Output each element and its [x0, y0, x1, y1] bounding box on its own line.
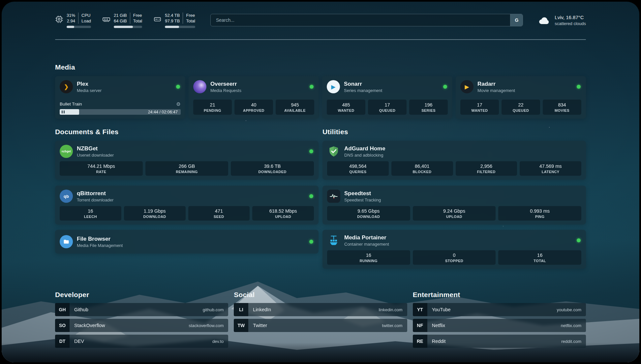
- app-desc: Container management: [344, 242, 389, 247]
- playback-progress-fill: [60, 109, 79, 115]
- stat-label: RATE: [96, 170, 106, 174]
- nzbget-card[interactable]: nzbget NZBGet Usenet downloader 744.21 M…: [55, 141, 319, 180]
- qbittorrent-card[interactable]: qb qBittorrent Torrent downloader 16 LEE…: [55, 186, 319, 225]
- bookmark-name: Netflix: [427, 323, 445, 328]
- entertainment-section: Entertainment YT YouTube youtube.com NF …: [413, 290, 586, 350]
- header-divider: [55, 39, 586, 40]
- stat-label: QUERIES: [349, 170, 366, 174]
- stat-box: 17 WANTED: [460, 100, 499, 115]
- media-section-title: Media: [55, 63, 586, 72]
- disk-free-label: Free: [186, 13, 195, 18]
- search-engine-button[interactable]: G: [510, 14, 523, 26]
- stat-value: 39.6 TB: [264, 164, 281, 169]
- nzbget-icon: nzbget: [60, 145, 73, 158]
- stat-label: FILTERED: [477, 170, 496, 174]
- filebrowser-card[interactable]: File Browser Media File Management: [55, 230, 319, 254]
- stat-value: 17: [384, 102, 390, 107]
- cpu-progress-fill: [67, 26, 74, 28]
- stat-label: PING: [535, 215, 545, 219]
- stat-value: 0: [453, 253, 455, 258]
- youtube-icon: YT: [413, 303, 427, 316]
- bookmark-url: dev.to: [212, 339, 228, 344]
- stat-label: LEECH: [84, 215, 97, 219]
- developer-section-title: Developer: [55, 290, 228, 299]
- stat-value: 22: [518, 102, 523, 107]
- app-desc: Speedtest Tracking: [344, 197, 381, 202]
- disk-icon: [153, 15, 162, 23]
- bookmark-youtube[interactable]: YT YouTube youtube.com: [413, 303, 586, 316]
- memory-monitor-widget: 21 GiB 64 GiB Free Total: [102, 13, 142, 28]
- pause-icon: [62, 110, 63, 113]
- stat-value: 834: [558, 102, 566, 107]
- gear-icon[interactable]: ⚙: [176, 102, 181, 106]
- plex-card[interactable]: ❯ Plex Media server Bullet Train ⚙: [55, 76, 185, 119]
- status-online-dot: [309, 149, 313, 153]
- stat-label: APPROVED: [243, 108, 264, 112]
- stat-label: UPLOAD: [446, 215, 462, 219]
- stat-label: DOWNLOADED: [259, 170, 287, 174]
- stat-box: 485 WANTED: [327, 100, 365, 115]
- dev-icon: DT: [55, 335, 70, 348]
- documents-section: Documents & Files nzbget NZBGet Usenet d…: [55, 128, 319, 269]
- plex-icon: ❯: [60, 80, 73, 93]
- stat-box: 9.24 Gbps UPLOAD: [413, 206, 496, 221]
- stat-value: 86,401: [415, 164, 429, 169]
- adguard-icon: [327, 145, 340, 158]
- entertainment-section-title: Entertainment: [413, 290, 586, 299]
- sonarr-card[interactable]: ▶ Sonarr Series management 485 WANTED: [322, 76, 452, 119]
- bookmark-reddit[interactable]: RE Reddit reddit.com: [413, 335, 586, 348]
- playback-progress-bar[interactable]: 24:44 / 02:06:47: [60, 109, 181, 115]
- stat-box: 945 AVAILABLE: [276, 100, 314, 115]
- stat-box: 498,564 QUERIES: [327, 161, 389, 176]
- bookmark-linkedin[interactable]: LI LinkedIn linkedin.com: [234, 303, 407, 316]
- cpu-percent-value: 31%: [67, 13, 75, 18]
- bookmark-dev[interactable]: DT DEV dev.to: [55, 335, 228, 348]
- stat-value: 471: [215, 208, 223, 214]
- disk-monitor-widget: 52.4 TB 97.9 TB Free Total: [153, 13, 195, 28]
- stat-label: AVAILABLE: [284, 108, 306, 112]
- app-desc: Media Requests: [210, 88, 241, 93]
- speedtest-icon: [327, 190, 340, 203]
- stat-value: 744.21 Mbps: [87, 164, 115, 169]
- bookmark-url: youtube.com: [557, 307, 586, 312]
- stat-label: REMAINING: [176, 170, 198, 174]
- utilities-section-title: Utilities: [322, 128, 586, 136]
- app-desc: Torrent downloader: [77, 197, 113, 202]
- stat-box: 21 PENDING: [193, 100, 232, 115]
- app-name: Overseerr: [210, 81, 241, 87]
- bookmark-url: twitter.com: [382, 323, 407, 328]
- bookmark-name: Github: [70, 307, 88, 312]
- app-name: Radarr: [477, 81, 515, 87]
- bookmark-stackoverflow[interactable]: SO StackOverflow stackoverflow.com: [55, 319, 228, 332]
- bookmark-twitter[interactable]: TW Twitter twitter.com: [234, 319, 407, 332]
- disk-free-value: 52.4 TB: [165, 13, 180, 18]
- stat-label: WANTED: [471, 108, 488, 112]
- radarr-card[interactable]: ▶ Radarr Movie management 17 WANTED: [456, 76, 586, 119]
- app-desc: Usenet downloader: [77, 153, 114, 158]
- stat-label: LATENCY: [542, 170, 560, 174]
- overseerr-card[interactable]: Overseerr Media Requests 21 PENDING 40 A…: [189, 76, 319, 119]
- bookmark-name: YouTube: [427, 307, 451, 312]
- adguard-card[interactable]: AdGuard Home DNS and adblocking 498,564 …: [322, 141, 586, 180]
- speedtest-card[interactable]: Speedtest Speedtest Tracking 9.65 Gbps D…: [322, 186, 586, 225]
- stat-value: 16: [88, 208, 93, 214]
- search-input[interactable]: [210, 14, 523, 26]
- portainer-card[interactable]: Media Portainer Container management 16 …: [322, 230, 586, 269]
- memory-free-label: Free: [133, 13, 142, 18]
- stat-label: PENDING: [204, 108, 221, 112]
- netflix-icon: NF: [413, 319, 427, 332]
- bookmark-github[interactable]: GH Github github.com: [55, 303, 228, 316]
- utilities-section: Utilities: [322, 128, 586, 269]
- stat-value: 196: [424, 102, 432, 107]
- memory-total-value: 64 GiB: [114, 18, 127, 24]
- system-monitors: 31% 2.94 CPU Load: [55, 13, 195, 28]
- bookmark-name: DEV: [70, 339, 84, 344]
- developer-section: Developer GH Github github.com SO StackO…: [55, 290, 228, 350]
- stat-label: QUEUED: [513, 108, 529, 112]
- qbittorrent-icon: qb: [60, 190, 73, 203]
- memory-free-value: 21 GiB: [114, 13, 127, 18]
- overseerr-icon: [193, 80, 206, 93]
- bookmark-netflix[interactable]: NF Netflix netflix.com: [413, 319, 586, 332]
- stat-value: 16: [537, 253, 542, 258]
- stat-value: 21: [210, 102, 215, 107]
